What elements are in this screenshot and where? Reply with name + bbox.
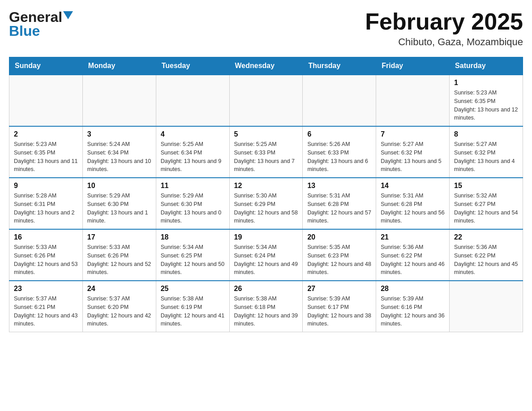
day-number: 19	[234, 233, 298, 241]
calendar-cell: 26Sunrise: 5:38 AM Sunset: 6:18 PM Dayli…	[229, 281, 303, 332]
day-number: 20	[307, 233, 371, 241]
day-number: 24	[87, 285, 151, 293]
day-number: 25	[161, 285, 225, 293]
day-info: Sunrise: 5:27 AM Sunset: 6:32 PM Dayligh…	[381, 140, 445, 174]
day-info: Sunrise: 5:34 AM Sunset: 6:25 PM Dayligh…	[161, 243, 225, 277]
calendar-cell: 20Sunrise: 5:35 AM Sunset: 6:23 PM Dayli…	[303, 229, 376, 281]
weekday-header-friday: Friday	[376, 57, 450, 75]
logo-blue-text: Blue	[9, 23, 40, 39]
logo-arrow-icon	[63, 11, 73, 21]
day-number: 2	[14, 130, 78, 138]
page-header: General Blue February 2025 Chibuto, Gaza…	[9, 9, 523, 48]
calendar-cell	[9, 75, 83, 126]
calendar-cell: 15Sunrise: 5:32 AM Sunset: 6:27 PM Dayli…	[450, 178, 523, 229]
day-number: 27	[307, 285, 371, 293]
calendar-cell: 23Sunrise: 5:37 AM Sunset: 6:21 PM Dayli…	[9, 281, 83, 332]
day-number: 21	[381, 233, 445, 241]
day-number: 22	[454, 233, 518, 241]
day-info: Sunrise: 5:35 AM Sunset: 6:23 PM Dayligh…	[307, 243, 371, 277]
weekday-header-saturday: Saturday	[450, 57, 523, 75]
weekday-header-wednesday: Wednesday	[229, 57, 303, 75]
week-row-1: 1Sunrise: 5:23 AM Sunset: 6:35 PM Daylig…	[9, 75, 523, 126]
title-block: February 2025 Chibuto, Gaza, Mozambique	[365, 9, 523, 48]
calendar-cell: 18Sunrise: 5:34 AM Sunset: 6:25 PM Dayli…	[156, 229, 229, 281]
day-number: 4	[161, 130, 225, 138]
day-number: 23	[14, 285, 78, 293]
day-info: Sunrise: 5:29 AM Sunset: 6:30 PM Dayligh…	[161, 192, 225, 225]
calendar-cell: 10Sunrise: 5:29 AM Sunset: 6:30 PM Dayli…	[82, 178, 156, 229]
calendar-cell: 7Sunrise: 5:27 AM Sunset: 6:32 PM Daylig…	[376, 126, 450, 178]
calendar-cell: 19Sunrise: 5:34 AM Sunset: 6:24 PM Dayli…	[229, 229, 303, 281]
weekday-header-sunday: Sunday	[9, 57, 83, 75]
day-number: 10	[87, 182, 151, 190]
day-info: Sunrise: 5:30 AM Sunset: 6:29 PM Dayligh…	[234, 192, 298, 225]
day-info: Sunrise: 5:28 AM Sunset: 6:31 PM Dayligh…	[14, 192, 78, 225]
location-text: Chibuto, Gaza, Mozambique	[365, 36, 523, 48]
day-info: Sunrise: 5:33 AM Sunset: 6:26 PM Dayligh…	[87, 243, 151, 277]
day-info: Sunrise: 5:36 AM Sunset: 6:22 PM Dayligh…	[454, 243, 518, 277]
day-info: Sunrise: 5:37 AM Sunset: 6:20 PM Dayligh…	[87, 295, 151, 328]
month-title: February 2025	[365, 9, 523, 34]
calendar-cell: 22Sunrise: 5:36 AM Sunset: 6:22 PM Dayli…	[450, 229, 523, 281]
calendar-cell: 24Sunrise: 5:37 AM Sunset: 6:20 PM Dayli…	[82, 281, 156, 332]
logo: General Blue	[9, 9, 73, 39]
day-info: Sunrise: 5:39 AM Sunset: 6:16 PM Dayligh…	[381, 295, 445, 328]
calendar-cell: 8Sunrise: 5:27 AM Sunset: 6:32 PM Daylig…	[450, 126, 523, 178]
day-number: 5	[234, 130, 298, 138]
day-info: Sunrise: 5:31 AM Sunset: 6:28 PM Dayligh…	[381, 192, 445, 225]
calendar-cell: 27Sunrise: 5:39 AM Sunset: 6:17 PM Dayli…	[303, 281, 376, 332]
day-number: 18	[161, 233, 225, 241]
day-number: 13	[307, 182, 371, 190]
day-info: Sunrise: 5:39 AM Sunset: 6:17 PM Dayligh…	[307, 295, 371, 328]
calendar-cell: 25Sunrise: 5:38 AM Sunset: 6:19 PM Dayli…	[156, 281, 229, 332]
day-info: Sunrise: 5:26 AM Sunset: 6:33 PM Dayligh…	[307, 140, 371, 174]
day-info: Sunrise: 5:29 AM Sunset: 6:30 PM Dayligh…	[87, 192, 151, 225]
day-number: 11	[161, 182, 225, 190]
day-info: Sunrise: 5:25 AM Sunset: 6:34 PM Dayligh…	[161, 140, 225, 174]
day-info: Sunrise: 5:23 AM Sunset: 6:35 PM Dayligh…	[14, 140, 78, 174]
day-number: 7	[381, 130, 445, 138]
day-info: Sunrise: 5:32 AM Sunset: 6:27 PM Dayligh…	[454, 192, 518, 225]
calendar-cell: 1Sunrise: 5:23 AM Sunset: 6:35 PM Daylig…	[450, 75, 523, 126]
calendar-cell: 2Sunrise: 5:23 AM Sunset: 6:35 PM Daylig…	[9, 126, 83, 178]
day-info: Sunrise: 5:31 AM Sunset: 6:28 PM Dayligh…	[307, 192, 371, 225]
day-info: Sunrise: 5:34 AM Sunset: 6:24 PM Dayligh…	[234, 243, 298, 277]
week-row-5: 23Sunrise: 5:37 AM Sunset: 6:21 PM Dayli…	[9, 281, 523, 332]
day-info: Sunrise: 5:38 AM Sunset: 6:18 PM Dayligh…	[234, 295, 298, 328]
day-info: Sunrise: 5:23 AM Sunset: 6:35 PM Dayligh…	[454, 89, 518, 122]
day-number: 9	[14, 182, 78, 190]
day-number: 28	[381, 285, 445, 293]
day-number: 12	[234, 182, 298, 190]
calendar-cell: 14Sunrise: 5:31 AM Sunset: 6:28 PM Dayli…	[376, 178, 450, 229]
week-row-3: 9Sunrise: 5:28 AM Sunset: 6:31 PM Daylig…	[9, 178, 523, 229]
calendar-cell: 16Sunrise: 5:33 AM Sunset: 6:26 PM Dayli…	[9, 229, 83, 281]
day-info: Sunrise: 5:27 AM Sunset: 6:32 PM Dayligh…	[454, 140, 518, 174]
calendar-cell: 9Sunrise: 5:28 AM Sunset: 6:31 PM Daylig…	[9, 178, 83, 229]
day-number: 8	[454, 130, 518, 138]
calendar-cell: 28Sunrise: 5:39 AM Sunset: 6:16 PM Dayli…	[376, 281, 450, 332]
calendar-cell	[156, 75, 229, 126]
calendar-cell: 6Sunrise: 5:26 AM Sunset: 6:33 PM Daylig…	[303, 126, 376, 178]
day-info: Sunrise: 5:33 AM Sunset: 6:26 PM Dayligh…	[14, 243, 78, 277]
calendar-cell: 13Sunrise: 5:31 AM Sunset: 6:28 PM Dayli…	[303, 178, 376, 229]
weekday-header-tuesday: Tuesday	[156, 57, 229, 75]
calendar-cell: 4Sunrise: 5:25 AM Sunset: 6:34 PM Daylig…	[156, 126, 229, 178]
weekday-header-thursday: Thursday	[303, 57, 376, 75]
day-number: 14	[381, 182, 445, 190]
weekday-header-monday: Monday	[82, 57, 156, 75]
calendar-table: SundayMondayTuesdayWednesdayThursdayFrid…	[9, 57, 523, 332]
calendar-cell	[376, 75, 450, 126]
day-number: 3	[87, 130, 151, 138]
svg-marker-0	[63, 11, 73, 19]
calendar-cell	[450, 281, 523, 332]
calendar-cell: 21Sunrise: 5:36 AM Sunset: 6:22 PM Dayli…	[376, 229, 450, 281]
week-row-2: 2Sunrise: 5:23 AM Sunset: 6:35 PM Daylig…	[9, 126, 523, 178]
day-number: 15	[454, 182, 518, 190]
calendar-cell	[303, 75, 376, 126]
day-info: Sunrise: 5:25 AM Sunset: 6:33 PM Dayligh…	[234, 140, 298, 174]
calendar-cell	[229, 75, 303, 126]
day-number: 1	[454, 79, 518, 87]
day-info: Sunrise: 5:38 AM Sunset: 6:19 PM Dayligh…	[161, 295, 225, 328]
calendar-cell: 11Sunrise: 5:29 AM Sunset: 6:30 PM Dayli…	[156, 178, 229, 229]
weekday-header-row: SundayMondayTuesdayWednesdayThursdayFrid…	[9, 57, 523, 75]
